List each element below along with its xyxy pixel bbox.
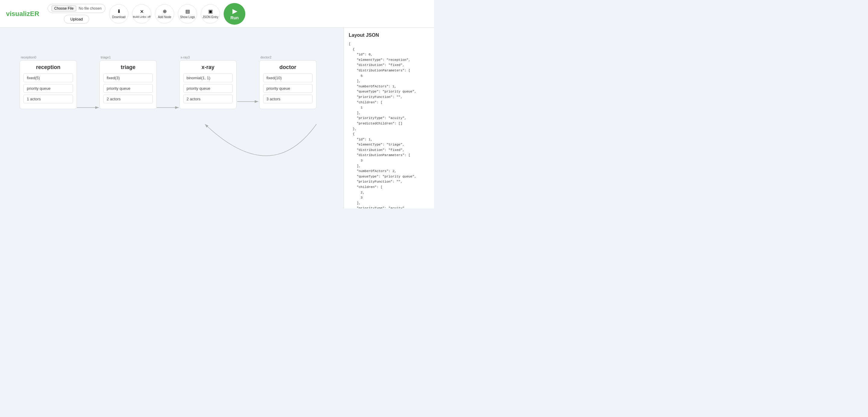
node-reception[interactable]: reception0 reception fixed(5) priority q… (20, 56, 77, 109)
node-doctor-queue: priority queue (263, 84, 313, 93)
node-xray-card[interactable]: x-ray binomial(1, 1) priority queue 2 ac… (179, 60, 237, 109)
json-entry-icon: ▣ (208, 8, 213, 14)
node-reception-queue: priority queue (24, 84, 73, 93)
file-section: Choose File No file chosen Upload (48, 4, 105, 24)
node-triage-card[interactable]: triage fixed(3) priority queue 2 actors (99, 60, 157, 109)
node-reception-label: reception0 (20, 56, 77, 59)
node-triage-actors: 2 actors (103, 95, 153, 103)
add-node-button[interactable]: ⊕ Add Node (155, 4, 174, 24)
run-play-icon: ▶ (232, 7, 237, 15)
file-input-row: Choose File No file chosen (48, 4, 105, 13)
build-links-icon: ✕ (140, 9, 144, 14)
logo-prefix: visualiz (6, 10, 30, 18)
panel-title: Layout JSON (349, 33, 429, 38)
build-links-button[interactable]: ✕ Build Links: off (132, 4, 151, 24)
canvas-area[interactable]: reception0 reception fixed(5) priority q… (0, 28, 344, 208)
add-node-icon: ⊕ (163, 8, 167, 14)
node-xray-distribution: binomial(1, 1) (183, 73, 233, 82)
node-triage-queue: priority queue (103, 84, 153, 93)
app-logo: visualizER (6, 10, 39, 18)
node-doctor-actors: 3 actors (263, 95, 313, 103)
node-triage-distribution: fixed(3) (103, 73, 153, 82)
json-entry-label: JSON Entry (203, 15, 218, 19)
node-triage-title: triage (103, 64, 153, 70)
show-logs-button[interactable]: ▤ Show Logs (178, 4, 197, 24)
arrows-svg (0, 28, 344, 208)
node-reception-card[interactable]: reception fixed(5) priority queue 1 acto… (20, 60, 77, 109)
node-reception-distribution: fixed(5) (24, 73, 73, 82)
show-logs-icon: ▤ (185, 8, 190, 14)
right-panel: Layout JSON [ { "id": 0, "elementType": … (344, 28, 434, 208)
node-xray-actors: 2 actors (183, 95, 233, 103)
run-button[interactable]: ▶ Run (224, 3, 245, 25)
choose-file-button[interactable]: Choose File (52, 5, 76, 11)
show-logs-label: Show Logs (180, 15, 195, 19)
node-triage-label: triage1 (99, 56, 157, 59)
json-content: [ { "id": 0, "elementType": "reception",… (349, 41, 429, 208)
upload-button[interactable]: Upload (64, 15, 89, 24)
node-doctor-distribution: fixed(10) (263, 73, 313, 82)
download-icon: ⬇ (117, 8, 121, 14)
download-label: Download (112, 15, 125, 19)
node-doctor-card[interactable]: doctor fixed(10) priority queue 3 actors (259, 60, 316, 109)
node-triage[interactable]: triage1 triage fixed(3) priority queue 2… (99, 56, 157, 109)
node-xray[interactable]: x-ray3 x-ray binomial(1, 1) priority que… (179, 56, 237, 109)
logo-suffix: ER (30, 10, 39, 18)
node-reception-actors: 1 actors (24, 95, 73, 103)
node-xray-label: x-ray3 (179, 56, 237, 59)
run-label: Run (230, 15, 239, 20)
build-links-label: Build Links: off (133, 15, 150, 19)
add-node-label: Add Node (158, 15, 171, 19)
node-reception-title: reception (24, 64, 73, 70)
node-doctor-label: doctor2 (259, 56, 316, 59)
download-button[interactable]: ⬇ Download (109, 4, 128, 24)
node-doctor-title: doctor (263, 64, 313, 70)
main-content: reception0 reception fixed(5) priority q… (0, 28, 434, 208)
no-file-text: No file chosen (79, 6, 101, 10)
header: visualizER Choose File No file chosen Up… (0, 0, 434, 28)
node-xray-queue: priority queue (183, 84, 233, 93)
node-xray-title: x-ray (183, 64, 233, 70)
json-entry-button[interactable]: ▣ JSON Entry (201, 4, 220, 24)
node-doctor[interactable]: doctor2 doctor fixed(10) priority queue … (259, 56, 316, 109)
